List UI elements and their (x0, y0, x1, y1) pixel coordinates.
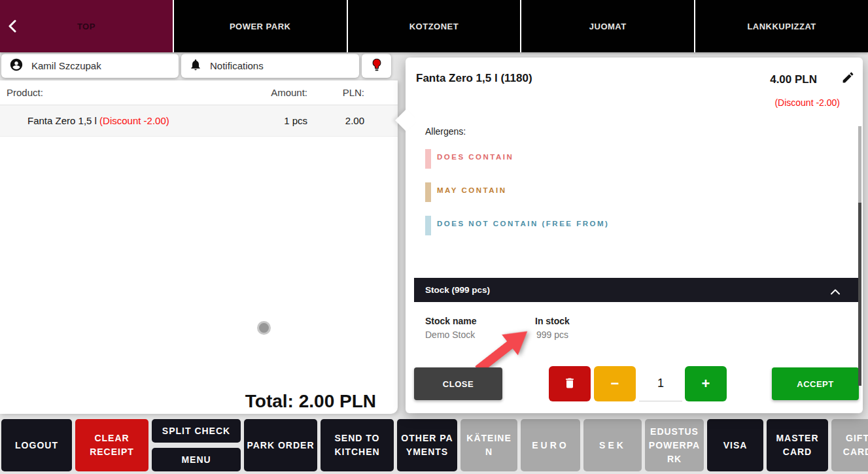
product-name: Fanta Zero 1,5 l (27, 115, 97, 126)
close-button[interactable]: CLOSE (414, 367, 502, 400)
back-chevron-icon[interactable] (8, 20, 17, 33)
increase-quantity-button[interactable]: + (685, 366, 727, 401)
receipt-header-amount: Amount: (242, 87, 307, 98)
send-to-kitchen-button[interactable]: SEND TO KITCHEN (321, 419, 394, 471)
clear-receipt-button[interactable]: CLEAR RECEIPT (75, 419, 148, 471)
user-chip[interactable]: Kamil Szczupak (1, 54, 179, 78)
payment-edustus-powerpark-button[interactable]: EDUSTUS POWERPARK (645, 419, 704, 471)
allergens-label: Allergens: (425, 126, 466, 137)
product-discount: (Discount -2.00) (99, 115, 169, 126)
stock-header-label: Stock (999 pcs) (425, 285, 490, 295)
stock-name-value: Demo Stock (425, 330, 475, 340)
tab-label: JUOMAT (589, 22, 627, 31)
allergen-bar-does-not-contain (425, 216, 431, 235)
tab-power-park[interactable]: POWER PARK (174, 0, 347, 52)
allergen-label-does-contain: DOES CONTAIN (437, 153, 513, 161)
payment-master-card-button[interactable]: MASTER CARD (767, 419, 828, 471)
receipt-row-price: 2.00 (307, 115, 364, 126)
modal-scrollbar-thumb[interactable] (858, 203, 861, 386)
other-payments-button[interactable]: OTHER PAYMENTS (397, 419, 457, 471)
modal-scrollbar-track[interactable] (858, 126, 861, 203)
product-title: Fanta Zero 1,5 l (1180) (416, 72, 532, 85)
trash-icon (563, 376, 576, 392)
menu-button[interactable]: MENU (152, 448, 241, 471)
split-menu-stack: SPLIT CHECK MENU (152, 419, 241, 474)
tab-label: POWER PARK (230, 22, 291, 31)
tab-label: TOP (77, 22, 95, 31)
gray-dot-indicator (257, 321, 271, 335)
allergen-label-may-contain: MAY CONTAIN (437, 186, 507, 194)
logout-button[interactable]: LOGOUT (1, 419, 72, 471)
payment-euro-button[interactable]: EURO (521, 419, 580, 471)
tab-top[interactable]: TOP (0, 0, 173, 52)
receipt-header-pln: PLN: (307, 87, 364, 98)
bottom-action-bar: LOGOUT CLEAR RECEIPT SPLIT CHECK MENU PA… (0, 414, 868, 474)
tab-kotzonet[interactable]: KOTZONET (348, 0, 521, 52)
pencil-icon[interactable] (841, 71, 855, 87)
user-name: Kamil Szczupak (31, 60, 101, 71)
receipt-header-row: Product: Amount: PLN: (0, 80, 398, 105)
quantity-input[interactable] (639, 366, 682, 401)
allergen-bar-does-contain (425, 149, 431, 169)
receipt-panel: Product: Amount: PLN: Fanta Zero 1,5 l (… (0, 80, 398, 414)
tab-label: KOTZONET (409, 22, 459, 31)
payment-gift-card-button[interactable]: GIFT CARD (831, 419, 868, 471)
accept-button[interactable]: ACCEPT (772, 367, 859, 400)
stock-section-header[interactable]: Stock (999 pcs) (414, 278, 859, 302)
notifications-label: Notifications (210, 60, 264, 71)
receipt-row-fanta[interactable]: Fanta Zero 1,5 l (Discount -2.00) 1 pcs … (0, 105, 398, 137)
lightbulb-icon (370, 57, 383, 75)
person-icon (9, 58, 24, 74)
trash-button[interactable] (549, 366, 591, 401)
product-price: 4.00 PLN (770, 73, 817, 86)
bell-icon (189, 58, 202, 73)
notifications-chip[interactable]: Notifications (181, 54, 359, 78)
chevron-up-icon (830, 287, 841, 297)
payment-visa-button[interactable]: VISA (707, 419, 763, 471)
receipt-header-product: Product: (0, 87, 242, 98)
category-tabbar: TOP POWER PARK KOTZONET JUOMAT LANKKUPIZ… (0, 0, 868, 52)
in-stock-label: In stock (535, 316, 570, 326)
stock-name-label: Stock name (425, 316, 477, 326)
allergen-label-does-not-contain: DOES NOT CONTAIN (FREE FROM) (437, 220, 609, 228)
payment-sek-button[interactable]: SEK (583, 419, 642, 471)
product-detail-modal: Fanta Zero 1,5 l (1180) 4.00 PLN (Discou… (406, 58, 863, 413)
receipt-row-name: Fanta Zero 1,5 l (Discount -2.00) (0, 115, 242, 126)
modal-pointer (395, 109, 417, 131)
payment-kateinen-button[interactable]: KÄTEINEN (460, 419, 517, 471)
pos-screen: TOP POWER PARK KOTZONET JUOMAT LANKKUPIZ… (0, 0, 868, 474)
tab-lankkupizzat[interactable]: LANKKUPIZZAT (695, 0, 868, 52)
in-stock-value: 999 pcs (536, 330, 568, 340)
split-check-button[interactable]: SPLIT CHECK (152, 419, 241, 443)
receipt-total: Total: 2.00 PLN (245, 391, 376, 412)
allergen-bar-may-contain (425, 182, 431, 202)
receipt-row-amount: 1 pcs (242, 115, 307, 126)
park-order-button[interactable]: PARK ORDER (244, 419, 317, 471)
decrease-quantity-button[interactable]: − (594, 366, 636, 401)
tab-label: LANKKUPIZZAT (747, 22, 816, 31)
tab-juomat[interactable]: JUOMAT (521, 0, 694, 52)
lightbulb-chip[interactable] (362, 54, 391, 78)
product-discount-note: (Discount -2.00) (774, 97, 840, 108)
